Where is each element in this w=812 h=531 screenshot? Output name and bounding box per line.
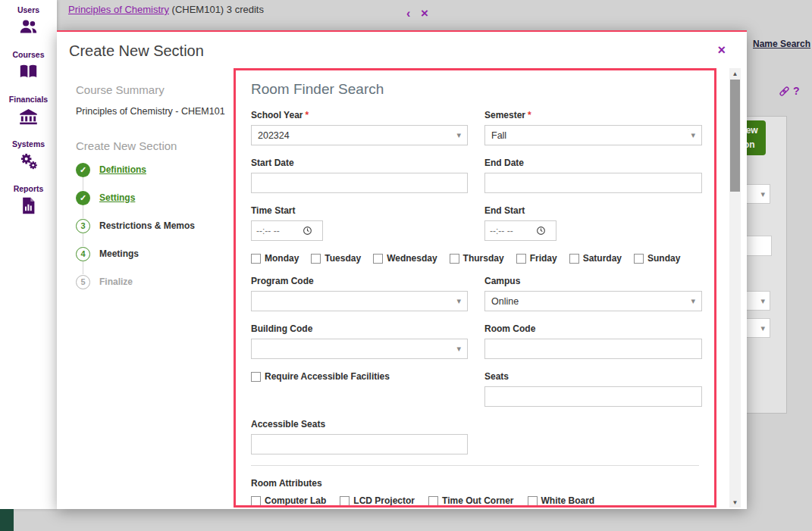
end-start-input[interactable]: [490, 226, 534, 236]
chevron-down-icon: ▾: [760, 323, 765, 333]
attr-lcd-projector: LCD Projector: [340, 495, 415, 506]
seats-label: Seats: [484, 371, 702, 382]
start-date-label: Start Date: [251, 158, 468, 168]
scroll-up-icon[interactable]: ▲: [729, 68, 741, 79]
computer-lab-checkbox[interactable]: [251, 496, 261, 506]
course-breadcrumb: Principles of Chemistry (CHEM101) 3 cred…: [68, 4, 264, 15]
course-summary-name: Principles of Chemistry - CHEM101: [76, 106, 227, 117]
sunday-checkbox[interactable]: [634, 254, 644, 264]
campus-select[interactable]: Online ▾: [484, 291, 702, 311]
end-date-label: End Date: [484, 158, 702, 168]
lcd-projector-checkbox[interactable]: [340, 496, 350, 506]
sidebar-item-courses[interactable]: Courses: [0, 45, 57, 89]
close-icon[interactable]: ×: [717, 42, 726, 58]
create-new-section-modal: Create New Section × Course Summary Prin…: [57, 30, 747, 509]
accessible-seats-label: Accessible Seats: [251, 419, 468, 429]
step-connector: [83, 233, 83, 246]
friday-checkbox[interactable]: [516, 254, 526, 264]
scroll-down-icon[interactable]: ▼: [729, 497, 741, 508]
stepper-heading: Create New Section: [76, 139, 227, 152]
day-thursday: Thursday: [450, 253, 504, 264]
step-meetings[interactable]: 4 Meetings: [76, 246, 227, 261]
program-code-label: Program Code: [251, 276, 468, 286]
link-icon[interactable]: [778, 85, 791, 98]
course-summary-heading: Course Summary: [76, 83, 227, 96]
step-finalize: 5 Finalize: [76, 274, 227, 289]
step-connector: [83, 177, 83, 190]
sidebar-item-systems[interactable]: Systems: [0, 134, 57, 179]
room-code-input[interactable]: [484, 339, 702, 359]
day-monday: Monday: [251, 253, 299, 264]
accessible-seats-input[interactable]: [251, 434, 468, 454]
clock-icon[interactable]: [303, 226, 312, 236]
wednesday-checkbox[interactable]: [373, 254, 383, 264]
section-divider: [251, 465, 699, 466]
step-settings[interactable]: ✓ Settings: [76, 190, 227, 205]
campus-label: Campus: [484, 276, 702, 286]
chevron-down-icon: ▾: [760, 296, 765, 306]
help-icon[interactable]: ?: [793, 85, 800, 97]
check-icon: ✓: [76, 163, 90, 177]
close-course-icon[interactable]: ×: [421, 6, 428, 21]
time-out-corner-checkbox[interactable]: [428, 496, 438, 506]
building-code-label: Building Code: [251, 323, 468, 334]
white-board-checkbox[interactable]: [528, 496, 538, 506]
step-connector: [83, 261, 83, 274]
clock-icon[interactable]: [536, 226, 546, 236]
chevron-down-icon: ▾: [456, 344, 461, 354]
school-year-select[interactable]: 202324 ▾: [251, 125, 468, 145]
start-date-input[interactable]: [251, 173, 468, 193]
bottom-left-strip: [0, 509, 14, 531]
seats-input[interactable]: [484, 386, 702, 407]
sidebar: Users Courses Financials: [0, 0, 57, 509]
check-icon: ✓: [76, 191, 90, 205]
end-date-input[interactable]: [484, 173, 702, 193]
time-start-input[interactable]: [256, 226, 300, 236]
chevron-down-icon: ▾: [691, 130, 695, 140]
step-number: 4: [76, 247, 90, 261]
page: Principles of Chemistry (CHEM101) 3 cred…: [0, 0, 812, 531]
room-code-label: Room Code: [484, 323, 702, 334]
sidebar-item-financials[interactable]: Financials: [0, 89, 57, 134]
step-number: 3: [76, 219, 90, 233]
saturday-checkbox[interactable]: [569, 254, 579, 264]
required-marker: *: [528, 110, 531, 120]
step-definitions[interactable]: ✓ Definitions: [76, 162, 227, 177]
end-start-field: [484, 220, 556, 241]
scrollbar-thumb[interactable]: [730, 80, 740, 192]
modal-scrollbar[interactable]: ▲ ▼: [729, 68, 741, 508]
end-start-label: End Start: [484, 205, 702, 216]
building-code-select[interactable]: ▾: [251, 339, 468, 359]
gears-icon: [18, 151, 39, 171]
required-marker: *: [305, 110, 309, 120]
sidebar-item-reports[interactable]: Reports: [0, 179, 57, 223]
room-finder-panel: Room Finder Search School Year* 202324 ▾…: [234, 68, 716, 508]
semester-label: Semester*: [484, 110, 702, 120]
sidebar-item-users[interactable]: Users: [0, 0, 57, 45]
attr-computer-lab: Computer Lab: [251, 495, 326, 506]
step-connector: [83, 205, 83, 218]
users-icon: [18, 17, 39, 37]
course-title-link[interactable]: Principles of Chemistry: [68, 4, 169, 15]
tuesday-checkbox[interactable]: [311, 254, 321, 264]
program-code-select[interactable]: ▾: [251, 291, 468, 311]
bank-icon: [18, 106, 39, 127]
monday-checkbox[interactable]: [251, 254, 261, 264]
step-number: 5: [76, 275, 90, 289]
modal-title: Create New Section: [69, 42, 204, 60]
require-accessible-facilities: Require Accessible Facilities: [251, 371, 468, 382]
day-wednesday: Wednesday: [373, 253, 437, 264]
course-title-suffix: (CHEM101) 3 credits: [172, 4, 264, 15]
thursday-checkbox[interactable]: [450, 254, 459, 264]
room-finder-title: Room Finder Search: [251, 81, 699, 98]
chevron-left-icon[interactable]: ‹: [406, 7, 410, 20]
step-restrictions-memos[interactable]: 3 Restrictions & Memos: [76, 218, 227, 233]
chevron-down-icon: ▾: [456, 130, 461, 140]
attr-time-out-corner: Time Out Corner: [428, 495, 513, 506]
room-attributes-label: Room Attributes: [251, 478, 699, 489]
day-friday: Friday: [516, 253, 557, 264]
require-accessible-checkbox[interactable]: [251, 372, 261, 382]
semester-select[interactable]: Fall ▾: [484, 125, 702, 145]
name-search-link[interactable]: Name Search: [753, 39, 810, 49]
days-of-week-row: Monday Tuesday Wednesday Thursday Friday…: [251, 253, 699, 264]
